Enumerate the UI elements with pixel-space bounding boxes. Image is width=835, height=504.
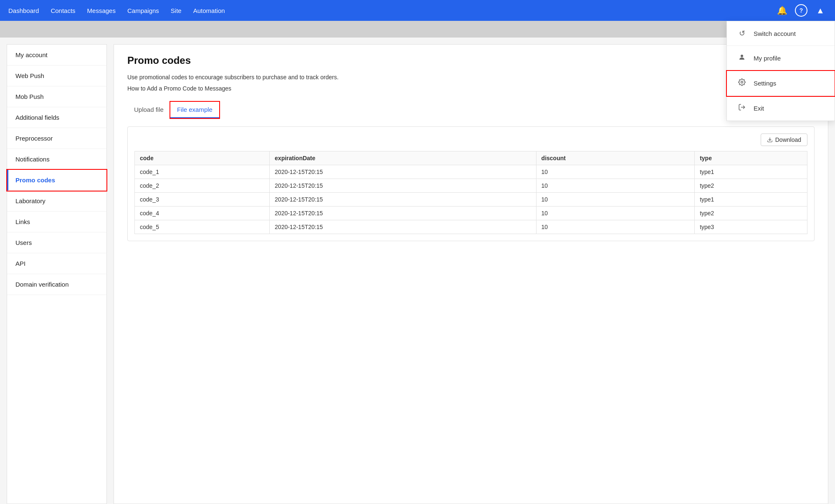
cell-type: type1: [695, 193, 807, 207]
sidebar-item-notifications[interactable]: Notifications: [7, 149, 106, 170]
tab-file-example[interactable]: File example: [170, 102, 219, 118]
sidebar-item-preprocessor[interactable]: Preprocessor: [7, 128, 106, 149]
nav-contacts[interactable]: Contacts: [51, 7, 75, 14]
chevron-up-icon[interactable]: ▲: [814, 4, 827, 17]
cell-discount: 10: [536, 165, 695, 179]
cell-discount: 10: [536, 179, 695, 193]
col-header-type: type: [695, 151, 807, 165]
sidebar-item-laboratory[interactable]: Laboratory: [7, 191, 106, 212]
dropdown-my-profile[interactable]: My profile: [727, 46, 835, 71]
table-row: code_42020-12-15T20:1510type2: [135, 207, 807, 220]
account-dropdown: ↺ Switch account My profile Settings Exi…: [726, 21, 835, 121]
sidebar-item-promo-codes[interactable]: Promo codes: [7, 170, 106, 191]
cell-discount: 10: [536, 193, 695, 207]
table-row: code_12020-12-15T20:1510type1: [135, 165, 807, 179]
sidebar-item-my-account[interactable]: My account: [7, 45, 106, 66]
table-toolbar: Download: [134, 134, 807, 146]
cell-expirationDate: 2020-12-15T20:15: [270, 179, 536, 193]
table-row: code_52020-12-15T20:1510type3: [135, 220, 807, 234]
switch-account-icon: ↺: [737, 29, 747, 38]
nav-links: Dashboard Contacts Messages Campaigns Si…: [8, 7, 776, 14]
page-description: Use promotional codes to encourage subsc…: [127, 73, 815, 82]
sidebar-item-users[interactable]: Users: [7, 232, 106, 253]
main-content: Promo codes Use promotional codes to enc…: [114, 44, 828, 504]
cell-type: type1: [695, 165, 807, 179]
download-button[interactable]: Download: [761, 134, 807, 146]
cell-discount: 10: [536, 220, 695, 234]
cell-expirationDate: 2020-12-15T20:15: [270, 165, 536, 179]
svg-point-0: [741, 55, 743, 57]
sidebar-item-web-push[interactable]: Web Push: [7, 66, 106, 86]
nav-site[interactable]: Site: [171, 7, 182, 14]
download-icon: [767, 137, 773, 143]
col-header-discount: discount: [536, 151, 695, 165]
help-icon[interactable]: ?: [795, 4, 807, 17]
cell-expirationDate: 2020-12-15T20:15: [270, 220, 536, 234]
file-example-container: Download code expirationDate discount ty…: [127, 126, 815, 241]
cell-type: type3: [695, 220, 807, 234]
nav-messages[interactable]: Messages: [87, 7, 116, 14]
sidebar: My account Web Push Mob Push Additional …: [7, 44, 107, 504]
settings-icon: [737, 78, 747, 88]
nav-automation[interactable]: Automation: [193, 7, 225, 14]
table-header-row: code expirationDate discount type: [135, 151, 807, 165]
sub-bar: [0, 21, 835, 38]
cell-code: code_4: [135, 207, 270, 220]
cell-code: code_5: [135, 220, 270, 234]
dropdown-settings[interactable]: Settings: [727, 71, 835, 96]
table-row: code_22020-12-15T20:1510type2: [135, 179, 807, 193]
main-layout: My account Web Push Mob Push Additional …: [0, 38, 835, 504]
nav-campaigns[interactable]: Campaigns: [127, 7, 159, 14]
download-button-label: Download: [775, 136, 801, 143]
table-row: code_32020-12-15T20:1510type1: [135, 193, 807, 207]
profile-icon: [737, 53, 747, 63]
dropdown-exit-label: Exit: [754, 105, 764, 112]
page-title: Promo codes: [127, 55, 815, 66]
promo-codes-table: code expirationDate discount type code_1…: [134, 151, 807, 234]
sidebar-item-links[interactable]: Links: [7, 212, 106, 232]
cell-type: type2: [695, 207, 807, 220]
howto-link[interactable]: How to Add a Promo Code to Messages: [127, 85, 815, 92]
cell-code: code_2: [135, 179, 270, 193]
dropdown-switch-account-label: Switch account: [754, 30, 796, 37]
sidebar-item-api[interactable]: API: [7, 253, 106, 274]
top-navigation: Dashboard Contacts Messages Campaigns Si…: [0, 0, 835, 21]
cell-code: code_1: [135, 165, 270, 179]
dropdown-settings-label: Settings: [754, 80, 776, 87]
dropdown-switch-account[interactable]: ↺ Switch account: [727, 21, 835, 46]
cell-code: code_3: [135, 193, 270, 207]
col-header-code: code: [135, 151, 270, 165]
col-header-expiration: expirationDate: [270, 151, 536, 165]
cell-expirationDate: 2020-12-15T20:15: [270, 193, 536, 207]
svg-point-1: [741, 81, 743, 83]
dropdown-my-profile-label: My profile: [754, 55, 781, 62]
cell-discount: 10: [536, 207, 695, 220]
dropdown-exit[interactable]: Exit: [727, 96, 835, 121]
tab-upload-file[interactable]: Upload file: [127, 102, 170, 118]
notifications-bell-icon[interactable]: 🔔: [776, 4, 788, 17]
nav-dashboard[interactable]: Dashboard: [8, 7, 39, 14]
nav-icons: 🔔 ? ▲: [776, 4, 827, 17]
exit-icon: [737, 103, 747, 113]
sidebar-item-domain-verification[interactable]: Domain verification: [7, 274, 106, 295]
cell-expirationDate: 2020-12-15T20:15: [270, 207, 536, 220]
sidebar-item-mob-push[interactable]: Mob Push: [7, 86, 106, 107]
sidebar-item-additional-fields[interactable]: Additional fields: [7, 107, 106, 128]
cell-type: type2: [695, 179, 807, 193]
tabs: Upload file File example: [127, 102, 815, 118]
